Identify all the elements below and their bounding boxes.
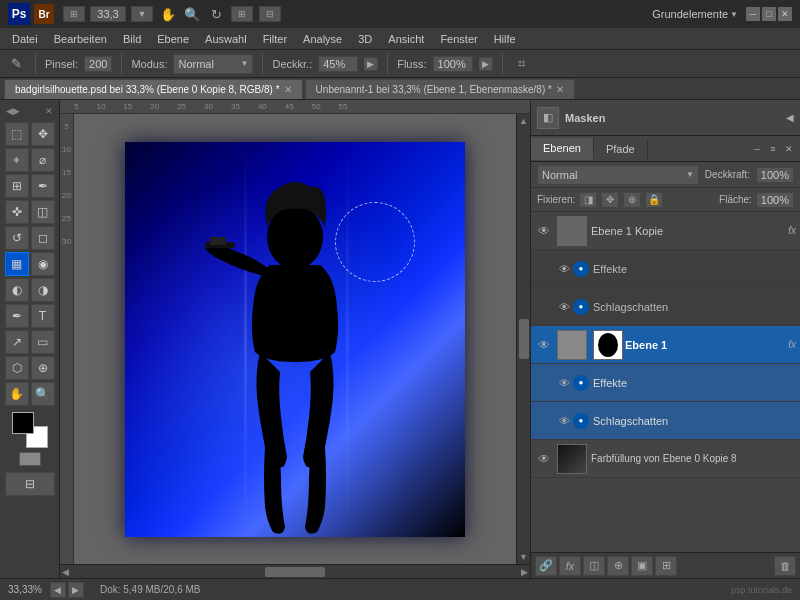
gradient-tool[interactable]: ▦ [5,252,29,276]
lock-position-btn[interactable]: ⊕ [623,192,641,208]
blur-tool[interactable]: ◉ [31,252,55,276]
blend-mode-dropdown[interactable]: Normal [537,165,699,185]
menu-fenster[interactable]: Fenster [432,31,485,47]
menu-ansicht[interactable]: Ansicht [380,31,432,47]
stamp-tool[interactable]: ◫ [31,200,55,224]
opacity-input[interactable]: 100% [756,167,794,183]
flow-value[interactable]: 100% [433,56,473,72]
new-adjustment-btn[interactable]: ⊕ [607,556,629,576]
scroll-left-button[interactable]: ◀ [62,567,69,577]
menu-ebene[interactable]: Ebene [149,31,197,47]
screen-mode-btn[interactable]: ⊟ [5,472,55,496]
layer-sub-effekte-1[interactable]: 👁 ● Effekte [531,250,800,288]
horizontal-scrollbar[interactable]: ◀ ▶ [60,564,530,578]
heal-tool[interactable]: ✜ [5,200,29,224]
layer-item-ebene1[interactable]: 👁 Ebene 1 fx [531,326,800,364]
move-tool[interactable]: ✥ [31,122,55,146]
sub-layer-visibility-btn[interactable]: 👁 [555,298,573,316]
scroll-thumb-v[interactable] [519,319,529,359]
document-canvas[interactable] [125,142,465,537]
layer-visibility-btn[interactable]: 👁 [535,450,553,468]
fg-bg-colors[interactable] [12,412,48,448]
marquee-tool[interactable]: ⬚ [5,122,29,146]
doc-tab-1[interactable]: badgirlsilhouette.psd bei 33,3% (Ebene 0… [4,79,303,99]
layer-sub-schlagschatten-1[interactable]: 👁 ● Schlagschatten [531,288,800,326]
lock-transparent-btn[interactable]: ◨ [579,192,597,208]
history-brush-tool[interactable]: ↺ [5,226,29,250]
new-layer-btn[interactable]: ⊞ [655,556,677,576]
menu-bearbeiten[interactable]: Bearbeiten [46,31,115,47]
lasso-tool[interactable]: ⌖ [5,148,29,172]
doc-tab-1-close[interactable]: ✕ [284,84,292,95]
new-group-btn[interactable]: ▣ [631,556,653,576]
tool-selector[interactable]: ⊞ [63,6,85,22]
opacity-value[interactable]: 45% [318,56,358,72]
magic-wand-tool[interactable]: ⌀ [31,148,55,172]
layer-item-farbfuellung[interactable]: 👁 Farbfüllung von Ebene 0 Kopie 8 [531,440,800,478]
brush-tool-icon[interactable]: ✎ [6,54,26,74]
vertical-scrollbar[interactable]: ▲ ▼ [516,114,530,564]
doc-tab-2[interactable]: Unbenannt-1 bei 33,3% (Ebene 1, Ebenenma… [305,79,575,99]
sub-layer-visibility-btn[interactable]: 👁 [555,374,573,392]
lock-image-btn[interactable]: ✥ [601,192,619,208]
menu-analyse[interactable]: Analyse [295,31,350,47]
delete-layer-btn[interactable]: 🗑 [774,556,796,576]
zoom-value-title[interactable]: 33,3 [90,6,126,22]
zoom-dropdown[interactable]: ▼ [131,6,153,22]
doc-tab-2-close[interactable]: ✕ [556,84,564,95]
zoom-tool-icon[interactable]: 🔍 [182,4,202,24]
layer-sub-effekte-2[interactable]: 👁 ● Effekte [531,364,800,402]
toolbox-collapse-btn[interactable]: ◀▶ [6,106,20,116]
pen-tool[interactable]: ✒ [5,304,29,328]
burn-tool[interactable]: ◑ [31,278,55,302]
nav-next-btn[interactable]: ▶ [68,582,84,598]
menu-hilfe[interactable]: Hilfe [486,31,524,47]
masken-expand-btn[interactable]: ◀ [786,112,794,123]
arrange-selector[interactable]: ⊟ [259,6,281,22]
rotate-tool-icon[interactable]: ↻ [206,4,226,24]
panel-collapse-btn[interactable]: ─ [750,142,764,156]
crop-tool[interactable]: ⊞ [5,174,29,198]
hand-tool[interactable]: ✋ [5,382,29,406]
text-tool[interactable]: T [31,304,55,328]
layer-visibility-btn[interactable]: 👁 [535,222,553,240]
scroll-down-button[interactable]: ▼ [519,552,528,562]
path-select-tool[interactable]: ↗ [5,330,29,354]
menu-filter[interactable]: Filter [255,31,295,47]
tab-ebenen[interactable]: Ebenen [531,138,594,160]
opacity-increment-button[interactable]: ▶ [364,57,378,71]
3d-tool[interactable]: ⬡ [5,356,29,380]
lock-all-btn[interactable]: 🔒 [645,192,663,208]
quick-mask-btn[interactable] [19,452,41,466]
brush-size-value[interactable]: 200 [84,56,112,72]
menu-bild[interactable]: Bild [115,31,149,47]
eyedropper-tool[interactable]: ✒ [31,174,55,198]
hand-tool-icon[interactable]: ✋ [158,4,178,24]
close-button[interactable]: ✕ [778,7,792,21]
modus-dropdown[interactable]: Normal [173,54,253,74]
panel-menu-btn[interactable]: ≡ [766,142,780,156]
airbrush-icon[interactable]: ⌗ [512,54,532,74]
layer-sub-schlagschatten-2[interactable]: 👁 ● Schlagschatten [531,402,800,440]
layer-item-ebene1kopie[interactable]: 👁 Ebene 1 Kopie fx [531,212,800,250]
nav-prev-btn[interactable]: ◀ [50,582,66,598]
scroll-right-button[interactable]: ▶ [521,567,528,577]
flow-increment-button[interactable]: ▶ [479,57,493,71]
add-style-btn[interactable]: fx [559,556,581,576]
menu-auswahl[interactable]: Auswahl [197,31,255,47]
foreground-color[interactable] [12,412,34,434]
tab-pfade[interactable]: Pfade [594,139,648,159]
sub-layer-visibility-btn[interactable]: 👁 [555,260,573,278]
view-selector[interactable]: ⊞ [231,6,253,22]
scroll-up-button[interactable]: ▲ [519,116,528,126]
sub-layer-visibility-btn[interactable]: 👁 [555,412,573,430]
add-mask-btn[interactable]: ◫ [583,556,605,576]
maximize-button[interactable]: □ [762,7,776,21]
panel-close-btn[interactable]: ✕ [782,142,796,156]
menu-3d[interactable]: 3D [350,31,380,47]
zoom-btn[interactable]: 🔍 [31,382,55,406]
minimize-button[interactable]: ─ [746,7,760,21]
flaeche-input[interactable]: 100% [756,192,794,208]
scroll-thumb-h[interactable] [265,567,325,577]
workspace-dropdown-arrow[interactable]: ▼ [730,10,738,19]
